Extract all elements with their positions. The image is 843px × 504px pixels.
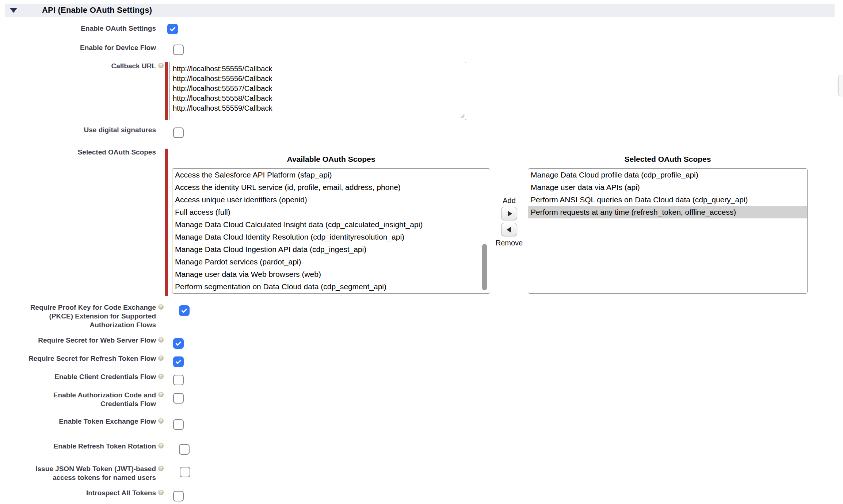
checkmark-icon	[175, 358, 182, 366]
callback-url-label: Callback URL ?	[111, 62, 156, 70]
scope-option[interactable]: Full access (full)	[172, 206, 490, 218]
add-label: Add	[491, 196, 527, 205]
scope-option[interactable]: Manage user data via Web browsers (web)	[172, 268, 490, 280]
refresh-secret-label: Require Secret for Refresh Token Flow ?	[28, 354, 156, 363]
help-icon[interactable]: ?	[158, 418, 164, 424]
scope-option[interactable]: Perform segmentation on Data Cloud data …	[172, 280, 490, 293]
arrow-left-icon	[507, 227, 511, 233]
help-icon[interactable]: ?	[158, 443, 164, 448]
oauth-scopes-field-label: Selected OAuth Scopes	[78, 148, 156, 157]
client-credentials-checkbox[interactable]	[173, 375, 184, 385]
scope-option[interactable]: Access unique user identifiers (openid)	[172, 194, 490, 206]
remove-scope-button[interactable]	[501, 223, 517, 236]
required-bar	[165, 149, 168, 296]
help-icon[interactable]: ?	[158, 337, 164, 343]
refresh-rotation-label: Enable Refresh Token Rotation ?	[54, 442, 156, 451]
device-flow-label: Enable for Device Flow	[80, 43, 156, 52]
auth-code-credentials-label: Enable Authorization Code and? Credentia…	[53, 391, 156, 408]
jwt-tokens-label: Issue JSON Web Token (JWT)-based? access…	[35, 465, 156, 482]
available-scopes-header: Available OAuth Scopes	[172, 155, 490, 164]
checkmark-icon	[169, 25, 176, 33]
help-icon[interactable]: ?	[158, 304, 164, 310]
scope-option[interactable]: Access the Salesforce API Platform (sfap…	[172, 169, 490, 181]
digital-signatures-checkbox[interactable]	[173, 127, 184, 138]
help-icon[interactable]: ?	[158, 374, 164, 379]
scope-option[interactable]: Manage Data Cloud Identity Resolution (c…	[172, 231, 490, 243]
arrow-right-icon	[508, 211, 512, 217]
help-icon[interactable]: ?	[158, 355, 164, 361]
digital-signatures-label: Use digital signatures	[84, 126, 156, 134]
enable-oauth-checkbox[interactable]	[167, 24, 178, 34]
collapse-triangle-icon[interactable]	[10, 8, 17, 13]
callback-url-input[interactable]: http://localhost:55555/Callback http://l…	[169, 62, 466, 120]
token-exchange-checkbox[interactable]	[173, 419, 184, 430]
enable-oauth-label: Enable OAuth Settings	[81, 24, 156, 33]
available-list-scrollbar-thumb[interactable]	[482, 244, 487, 290]
introspect-label: Introspect All Tokens ?	[86, 489, 156, 497]
page-scrollbar-thumb[interactable]	[838, 75, 843, 96]
jwt-tokens-checkbox[interactable]	[180, 467, 190, 477]
token-exchange-label: Enable Token Exchange Flow ?	[59, 417, 156, 426]
scope-option[interactable]: Manage Data Cloud Ingestion API data (cd…	[172, 243, 490, 256]
refresh-rotation-checkbox[interactable]	[179, 444, 190, 455]
selected-scopes-listbox[interactable]: Manage Data Cloud profile data (cdp_prof…	[528, 168, 808, 294]
scope-option[interactable]: Manage Data Cloud profile data (cdp_prof…	[528, 169, 807, 181]
add-scope-button[interactable]	[501, 207, 517, 220]
scope-option[interactable]: Manage Data Cloud Calculated Insight dat…	[172, 218, 490, 231]
checkmark-icon	[180, 307, 188, 314]
pkce-checkbox[interactable]	[179, 305, 190, 316]
section-header: API (Enable OAuth Settings)	[5, 4, 835, 17]
help-icon[interactable]: ?	[158, 63, 164, 68]
help-icon[interactable]: ?	[158, 490, 164, 495]
section-title: API (Enable OAuth Settings)	[42, 5, 152, 15]
scope-option[interactable]: Access the identity URL service (id, pro…	[172, 181, 490, 194]
auth-code-credentials-checkbox[interactable]	[173, 393, 184, 404]
web-server-secret-label: Require Secret for Web Server Flow ?	[38, 336, 156, 345]
refresh-secret-checkbox[interactable]	[173, 356, 184, 367]
scope-option[interactable]: Perform ANSI SQL queries on Data Cloud d…	[528, 194, 807, 206]
device-flow-checkbox[interactable]	[173, 45, 184, 55]
selected-scopes-header: Selected OAuth Scopes	[528, 155, 808, 164]
scope-option-selected[interactable]: Perform requests at any time (refresh_to…	[528, 206, 807, 218]
available-scopes-listbox[interactable]: Access the Salesforce API Platform (sfap…	[172, 168, 490, 294]
web-server-secret-checkbox[interactable]	[173, 338, 184, 349]
scope-option[interactable]: Manage Pardot services (pardot_api)	[172, 256, 490, 268]
help-icon[interactable]: ?	[158, 392, 164, 397]
remove-label: Remove	[491, 239, 527, 247]
client-credentials-label: Enable Client Credentials Flow ?	[54, 373, 156, 381]
required-bar	[165, 62, 168, 120]
introspect-checkbox[interactable]	[173, 491, 184, 501]
help-icon[interactable]: ?	[158, 466, 164, 471]
checkmark-icon	[175, 340, 182, 347]
scope-option[interactable]: Manage user data via APIs (api)	[528, 181, 807, 194]
pkce-label: Require Proof Key for Code Exchange? (PK…	[30, 303, 156, 329]
